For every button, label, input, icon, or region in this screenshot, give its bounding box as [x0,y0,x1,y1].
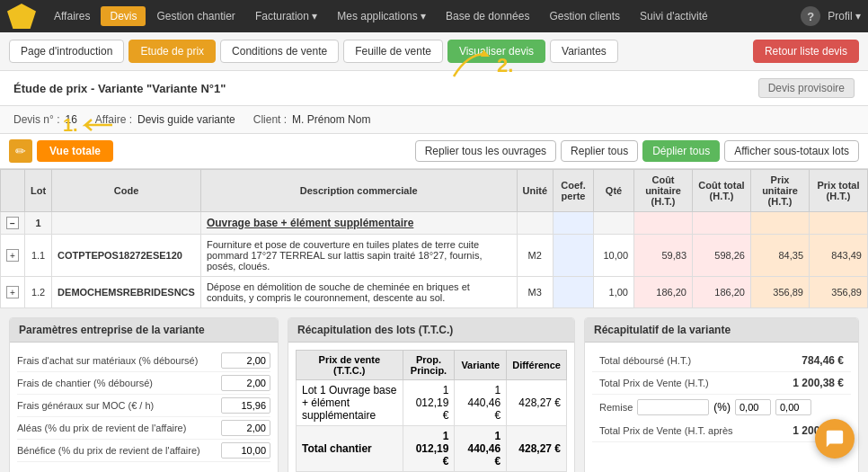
tab-etude-de-prix[interactable]: Etude de prix [128,40,216,63]
desc-cell-1-1: Fourniture et pose de couverture en tuil… [200,235,517,277]
collapse-icon[interactable]: − [6,217,19,229]
prix-unit-cell-1-1: 84,35 [751,235,810,277]
col-header-desc: Description commerciale [200,170,517,212]
unit-cell-1-2: M3 [517,277,554,308]
nav-item-affaires[interactable]: Affaires [45,6,99,26]
recap-total-variante: 1 440,46 € [455,426,507,472]
nav-item-suivi-activite[interactable]: Suivi d'activité [631,6,717,26]
client-value: M. Prénom Nom [292,113,370,126]
tab-page-introduction[interactable]: Page d'introduction [9,40,124,63]
recap-col-prop: Prop. Princip. [403,351,455,380]
unit-cell-1-1: M2 [517,235,554,277]
remise-row: Remise (%) [592,395,851,420]
edit-icon-button[interactable]: ✏ [9,139,32,163]
deplier-tous-button[interactable]: Déplier tous [642,140,720,162]
remise-euro-input[interactable] [775,399,811,415]
nav-item-gestion-clients[interactable]: Gestion clients [540,6,629,26]
param-row: Aléas (% du prix de revient de l'affaire… [17,417,270,440]
expand-icon[interactable]: + [6,286,19,298]
prix-total-cell-1-1: 843,49 [810,235,868,277]
status-badge: Devis provisoire [758,78,855,98]
col-header-ctrl [1,170,25,212]
prix-unit-cell [751,212,810,235]
nav-item-facturation[interactable]: Facturation ▾ [246,6,326,26]
app-logo[interactable] [7,4,36,29]
param-input-1[interactable] [221,375,270,391]
param-input-3[interactable] [221,420,270,436]
cout-unit-cell-1-2: 186,20 [634,277,693,308]
tab-variantes[interactable]: Variantes [550,40,618,63]
col-header-unit: Unité [517,170,554,212]
coef-cell [554,212,594,235]
nav-item-mes-applications[interactable]: Mes applications ▾ [328,6,435,26]
prix-vente-value: 1 200,38 € [793,377,844,389]
devis-label: Devis n° : [13,113,59,126]
afficher-sous-totaux-button[interactable]: Afficher sous-totaux lots [724,140,859,162]
param-input-2[interactable] [221,397,270,414]
right-panel-title: Récapitulatif de la variante [585,318,858,343]
bottom-section: Paramètres entreprise de la variante Fra… [0,308,868,472]
total-apres-label: Total Prix de Vente (H.T. après [599,425,733,436]
recap-col-diff: Différence [507,351,567,380]
param-input-0[interactable] [221,352,270,369]
annotation-1: 1. [63,114,117,136]
ouvrage-link[interactable]: Ouvrage base + élément supplémentaire [207,217,413,229]
coef-cell-1-1 [554,235,594,277]
help-button[interactable]: ? [801,6,820,26]
expand-icon[interactable]: + [6,249,19,262]
recap-col-variante: Variante [455,351,507,380]
recap-total-label: Total chantier [297,426,403,472]
col-header-cout-total: Coût total (H.T.) [693,170,751,212]
tab-feuille-vente[interactable]: Feuille de vente [343,40,443,63]
desc-cell: Ouvrage base + élément supplémentaire [200,212,517,235]
collapse-ctrl[interactable]: − [1,212,25,235]
desc-cell-1-2: Dépose en démolition de souche de chemin… [200,277,517,308]
table-row: + 1.2 DEMOCHEMSREBRIDESNCS Dépose en dém… [1,277,868,308]
recap-total-diff: 428,27 € [507,426,567,472]
remise-input[interactable] [637,399,709,415]
param-label-1: Frais de chantier (% déboursé) [17,378,221,388]
chat-bubble[interactable] [815,419,855,459]
col-header-prix-total: Prix total (H.T.) [810,170,868,212]
expand-ctrl-1-1[interactable]: + [1,235,25,277]
param-row: Bénéfice (% du prix de revient de l'affa… [17,440,270,462]
tab-bar: Page d'introduction Etude de prix Condit… [0,32,868,71]
debourse-label: Total déboursé (H.T.) [599,355,691,366]
vue-totale-button[interactable]: Vue totale [37,140,113,162]
cout-total-cell-1-1: 598,26 [693,235,751,277]
code-cell-1-2: DEMOCHEMSREBRIDESNCS [52,277,201,308]
affaire-value: Devis guide variante [137,113,235,126]
replier-tous-button[interactable]: Replier tous [561,140,638,162]
tab-retour-liste-devis[interactable]: Retour liste devis [753,40,859,63]
remise-pct-label: (%) [713,401,731,414]
qty-cell-1-1: 10,00 [594,235,634,277]
cout-unit-cell-1-1: 59,83 [634,235,693,277]
nav-item-devis[interactable]: Devis [101,6,146,26]
recap-lot-variante: 1 440,46 € [455,380,507,426]
cout-total-cell [693,212,751,235]
left-panel-body: Frais d'achat sur matériaux (% déboursé)… [10,343,278,469]
col-header-cout-unit: Coût unitaire (H.T.) [634,170,693,212]
nav-item-base-donnees[interactable]: Base de données [437,6,538,26]
lot-cell: 1 [25,212,52,235]
debourse-value: 784,46 € [802,354,844,367]
param-label-2: Frais généraux sur MOC (€ / h) [17,400,221,411]
top-navigation: Affaires Devis Gestion chantier Facturat… [0,0,868,32]
left-panel-title: Paramètres entreprise de la variante [10,318,278,343]
param-input-4[interactable] [221,442,270,459]
table-row: − 1 Ouvrage base + élément supplémentair… [1,212,868,235]
cout-unit-cell [634,212,693,235]
lot-cell-1-2: 1.2 [25,277,52,308]
replier-ouvrages-button[interactable]: Replier tous les ouvrages [415,140,556,162]
qty-cell [594,212,634,235]
tab-visualiser-devis[interactable]: Visualiser devis [447,40,545,63]
profil-menu[interactable]: Profil ▾ [828,10,861,22]
tab-conditions-vente[interactable]: Conditions de vente [220,40,339,63]
recap-lot-prop: 1 012,19 € [403,380,455,426]
recap-table: Prix de vente (T.T.C.) Prop. Princip. Va… [296,350,567,472]
code-cell [52,212,201,235]
remise-pct-input[interactable] [735,399,771,415]
nav-item-gestion-chantier[interactable]: Gestion chantier [147,6,244,26]
unit-cell [517,212,554,235]
expand-ctrl-1-2[interactable]: + [1,277,25,308]
